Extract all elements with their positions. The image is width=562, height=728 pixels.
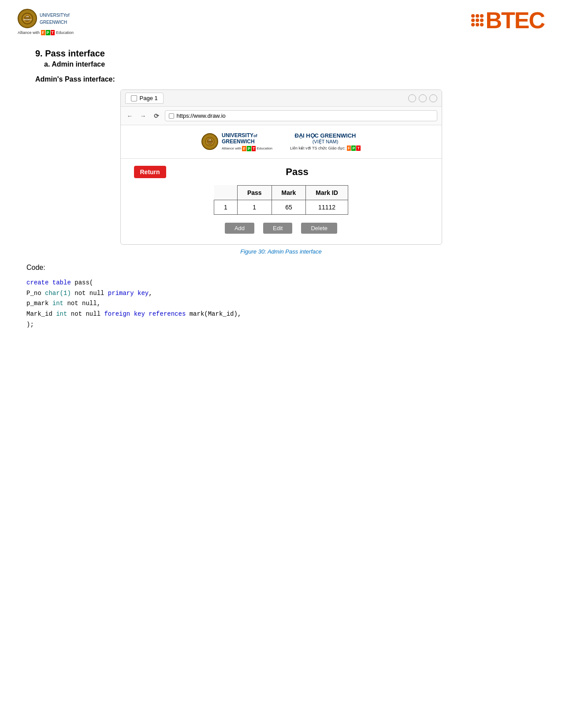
col-pass: Pass <box>237 185 272 200</box>
window-circle-3[interactable] <box>429 94 437 102</box>
row-num: 1 <box>214 200 238 214</box>
section-title: 9. Pass interface <box>35 49 544 59</box>
col-mark: Mark <box>272 185 306 200</box>
svg-text:UNI: UNI <box>208 139 211 141</box>
app-content: Return Pass Pass Mark Mark ID 1 1 <box>121 159 442 244</box>
table-container: Pass Mark Mark ID 1 1 65 11112 <box>134 185 428 215</box>
url-text: https://www.draw.io <box>177 112 226 119</box>
table-row: 1 1 65 11112 <box>214 200 348 214</box>
code-line-2: P_no char(1) not null primary key, <box>26 288 544 299</box>
col-markid: Mark ID <box>306 185 348 200</box>
app-toolbar: Return Pass <box>134 166 428 178</box>
tab-label: Page 1 <box>140 95 158 101</box>
pass-table: Pass Mark Mark ID 1 1 65 11112 <box>214 185 348 215</box>
code-block: create table pass( P_no char(1) not null… <box>26 276 544 332</box>
refresh-button[interactable]: ⟳ <box>152 111 161 121</box>
cell-markid: 11112 <box>306 200 348 214</box>
address-bar[interactable]: https://www.draw.io <box>165 110 437 121</box>
code-line-3: p_mark int not null, <box>26 299 544 309</box>
code-line-5: ); <box>26 320 544 330</box>
app-uni-en: UNI GREENWICH UNIVERSITYof GREENWICH All… <box>201 132 272 151</box>
page-header: UNI GREENWICH UNIVERSITYof GREENWICH All… <box>18 9 544 35</box>
back-button[interactable]: ← <box>125 111 135 121</box>
delete-button[interactable]: Delete <box>301 223 337 234</box>
uni-greenwich-logo: UNI GREENWICH UNIVERSITYof GREENWICH All… <box>18 9 74 35</box>
svg-text:UNI: UNI <box>26 15 29 18</box>
browser-titlebar: Page 1 <box>121 90 442 107</box>
svg-text:GREENWICH: GREENWICH <box>23 19 32 21</box>
action-buttons: Add Edit Delete <box>134 223 428 234</box>
add-button[interactable]: Add <box>225 223 254 234</box>
app-header: UNI GREENWICH UNIVERSITYof GREENWICH All… <box>121 125 442 159</box>
subsection-title: a. Admin interface <box>44 60 544 68</box>
cell-pass: 1 <box>237 200 272 214</box>
alliance-text: Alliance with FPT Education <box>18 30 74 35</box>
fpt-logo: FPT <box>41 30 55 35</box>
browser-navbar: ← → ⟳ https://www.draw.io <box>121 107 442 125</box>
address-icon <box>169 113 174 119</box>
app-uni-crest: UNI GREENWICH <box>201 133 218 150</box>
browser-mockup: Page 1 ← → ⟳ https://www.draw.io UNI GRE… <box>120 90 442 245</box>
code-label: Code: <box>26 264 544 272</box>
cell-mark: 65 <box>272 200 306 214</box>
svg-text:GREENWICH: GREENWICH <box>206 142 213 144</box>
app-uni-en-name: UNIVERSITYof GREENWICH <box>222 132 272 145</box>
table-header-row: Pass Mark Mark ID <box>214 185 348 200</box>
return-button[interactable]: Return <box>134 166 166 178</box>
window-circle-2[interactable] <box>419 94 427 102</box>
app-alliance-en: Alliance with FPT Education <box>222 146 272 151</box>
uni-name-text: UNIVERSITYof GREENWICH <box>40 11 69 25</box>
page-heading: Pass <box>166 166 428 178</box>
interface-label: Admin's Pass interface: <box>35 75 544 83</box>
btec-text: BTEC <box>485 9 544 32</box>
browser-tab[interactable]: Page 1 <box>125 93 164 104</box>
app-uni-vn: ĐẠI HỌC GREENWICH (VIỆT NAM) Liên kết vớ… <box>290 132 361 151</box>
uni-crest-icon: UNI GREENWICH <box>18 9 37 28</box>
code-line-1: create table pass( <box>26 278 544 288</box>
code-line-4: Mark_id int not null foreign key referen… <box>26 309 544 320</box>
forward-button[interactable]: → <box>138 111 148 121</box>
window-circle-1[interactable] <box>408 94 416 102</box>
edit-button[interactable]: Edit <box>263 223 292 234</box>
btec-logo: BTEC <box>471 9 544 32</box>
figure-caption: Figure 30: Admin Pass interface <box>18 248 544 255</box>
tab-icon <box>131 95 137 101</box>
window-controls <box>408 94 437 102</box>
